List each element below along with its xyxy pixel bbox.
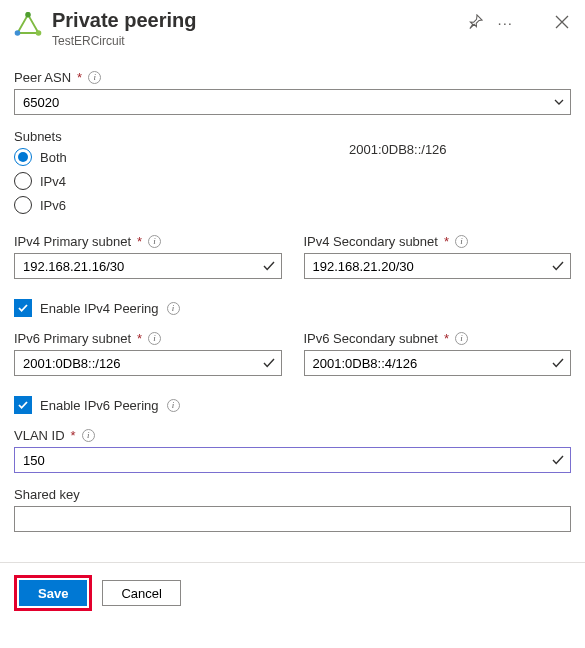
vlan-field: VLAN ID * i bbox=[14, 428, 571, 473]
enable-ipv6-row: Enable IPv6 Peering i bbox=[14, 396, 571, 414]
page-title: Private peering bbox=[52, 8, 456, 32]
info-icon[interactable]: i bbox=[167, 302, 180, 315]
svg-point-3 bbox=[15, 30, 21, 36]
peer-asn-field: Peer ASN * i bbox=[14, 70, 571, 115]
peer-asn-label: Peer ASN bbox=[14, 70, 71, 85]
floating-subnet-text: 2001:0DB8::/126 bbox=[349, 142, 447, 157]
info-icon[interactable]: i bbox=[148, 332, 161, 345]
svg-point-2 bbox=[36, 30, 42, 36]
breadcrumb: TestERCircuit bbox=[52, 34, 456, 48]
required-mark: * bbox=[77, 70, 82, 85]
ipv6-secondary-field: IPv6 Secondary subnet * i bbox=[304, 331, 572, 376]
close-icon[interactable] bbox=[553, 13, 571, 33]
ipv6-primary-label: IPv6 Primary subnet bbox=[14, 331, 131, 346]
cancel-button[interactable]: Cancel bbox=[102, 580, 180, 606]
ipv6-primary-field: IPv6 Primary subnet * i bbox=[14, 331, 282, 376]
info-icon[interactable]: i bbox=[167, 399, 180, 412]
enable-ipv6-label: Enable IPv6 Peering bbox=[40, 398, 159, 413]
svg-point-1 bbox=[25, 12, 31, 17]
info-icon[interactable]: i bbox=[455, 235, 468, 248]
subnets-option-both[interactable]: Both bbox=[14, 148, 571, 166]
info-icon[interactable]: i bbox=[88, 71, 101, 84]
ipv6-secondary-input[interactable] bbox=[304, 350, 572, 376]
radio-unchecked-icon bbox=[14, 196, 32, 214]
subnets-option-ipv6[interactable]: IPv6 bbox=[14, 196, 571, 214]
vlan-input[interactable] bbox=[14, 447, 571, 473]
enable-ipv4-label: Enable IPv4 Peering bbox=[40, 301, 159, 316]
save-highlight-box: Save bbox=[14, 575, 92, 611]
save-button[interactable]: Save bbox=[19, 580, 87, 606]
enable-ipv4-checkbox[interactable] bbox=[14, 299, 32, 317]
ellipsis-icon[interactable]: ··· bbox=[495, 13, 515, 32]
subnets-field: Subnets Both IPv4 IPv6 2001:0DB8::/126 bbox=[14, 129, 571, 214]
ipv4-primary-field: IPv4 Primary subnet * i bbox=[14, 234, 282, 279]
info-icon[interactable]: i bbox=[148, 235, 161, 248]
ipv4-secondary-input[interactable] bbox=[304, 253, 572, 279]
shared-key-label: Shared key bbox=[14, 487, 80, 502]
ipv4-secondary-field: IPv4 Secondary subnet * i bbox=[304, 234, 572, 279]
info-icon[interactable]: i bbox=[455, 332, 468, 345]
radio-unchecked-icon bbox=[14, 172, 32, 190]
shared-key-input[interactable] bbox=[14, 506, 571, 532]
ipv4-primary-input[interactable] bbox=[14, 253, 282, 279]
ipv6-primary-input[interactable] bbox=[14, 350, 282, 376]
subnets-option-ipv4[interactable]: IPv4 bbox=[14, 172, 571, 190]
subnets-label: Subnets bbox=[14, 129, 62, 144]
expressroute-icon bbox=[14, 12, 42, 40]
radio-checked-icon bbox=[14, 148, 32, 166]
enable-ipv6-checkbox[interactable] bbox=[14, 396, 32, 414]
peer-asn-input[interactable] bbox=[14, 89, 571, 115]
shared-key-field: Shared key bbox=[14, 487, 571, 532]
panel-header: Private peering TestERCircuit ··· bbox=[14, 8, 571, 48]
ipv6-secondary-label: IPv6 Secondary subnet bbox=[304, 331, 438, 346]
vlan-label: VLAN ID bbox=[14, 428, 65, 443]
pin-icon[interactable] bbox=[466, 12, 485, 33]
ipv4-secondary-label: IPv4 Secondary subnet bbox=[304, 234, 438, 249]
info-icon[interactable]: i bbox=[82, 429, 95, 442]
ipv4-primary-label: IPv4 Primary subnet bbox=[14, 234, 131, 249]
enable-ipv4-row: Enable IPv4 Peering i bbox=[14, 299, 571, 317]
panel-footer: Save Cancel bbox=[0, 562, 585, 623]
